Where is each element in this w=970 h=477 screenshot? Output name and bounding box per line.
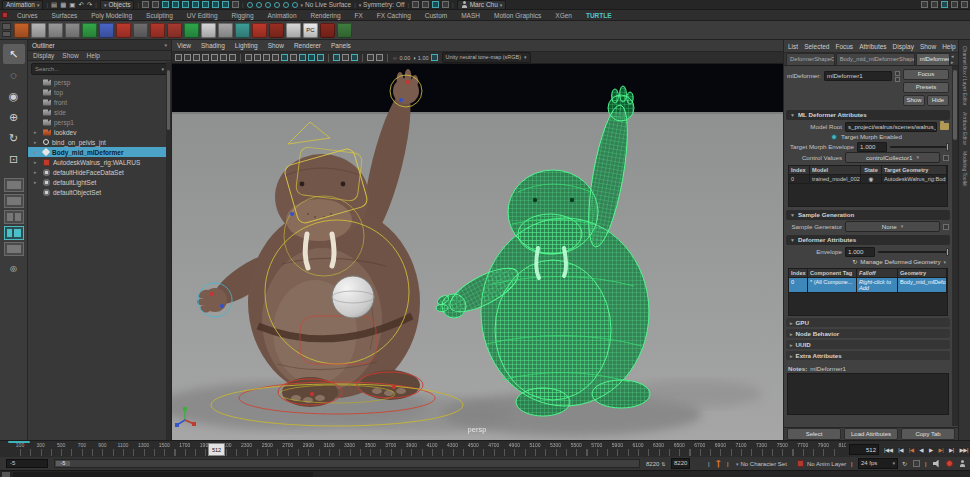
target-morph-envelope-slider[interactable] bbox=[890, 143, 949, 151]
section-uuid[interactable]: ▸UUID bbox=[786, 340, 950, 349]
make-live-icon[interactable] bbox=[192, 1, 199, 8]
lock-node-icon[interactable] bbox=[895, 71, 900, 76]
render-sequence-icon[interactable] bbox=[422, 1, 429, 8]
connection-icon[interactable] bbox=[943, 155, 949, 161]
ae-menu-show[interactable]: Show bbox=[920, 43, 936, 50]
green-sphere-icon[interactable] bbox=[184, 23, 199, 38]
ipr-render-icon[interactable] bbox=[292, 2, 298, 8]
outliner-item-defaulthidefacedataset[interactable]: ▸defaultHideFaceDataSet bbox=[28, 167, 171, 177]
load-attributes-button[interactable]: Load Attributes bbox=[844, 428, 898, 440]
table-row[interactable]: 0* (All Compone...Right-click to AddBody… bbox=[789, 278, 947, 293]
viewport-toolbar-icon-11[interactable] bbox=[272, 54, 279, 61]
shelf-tab-rigging[interactable]: Rigging bbox=[225, 12, 261, 19]
expander-icon[interactable]: ▸ bbox=[34, 139, 40, 145]
outliner-title[interactable]: Outliner▾ bbox=[28, 40, 171, 51]
teal-sphere-icon[interactable] bbox=[235, 23, 250, 38]
model-root-field[interactable]: s_project/walrus/scenes/walrus_mid_data bbox=[845, 122, 937, 132]
layout-custom-icon[interactable]: ◎ bbox=[3, 258, 25, 278]
ik-handle-icon[interactable] bbox=[256, 2, 262, 8]
notes-textarea[interactable] bbox=[787, 373, 949, 415]
tab-nav-arrows[interactable]: ◂ ▸ bbox=[951, 53, 956, 65]
viewport-toolbar-icon-16[interactable] bbox=[317, 54, 324, 61]
shelf-tab-uv-editing[interactable]: UV Editing bbox=[180, 12, 225, 19]
symmetry-dropdown[interactable]: ▾ Symmetry: Off bbox=[359, 1, 405, 9]
outliner-item-top[interactable]: top bbox=[28, 87, 171, 97]
viewport-menu-show[interactable]: Show bbox=[268, 42, 284, 49]
envelope-slider[interactable] bbox=[878, 248, 949, 256]
shelf-tab-sculpting[interactable]: Sculpting bbox=[139, 12, 180, 19]
layout-two-pane-button[interactable] bbox=[4, 210, 24, 224]
auto-keyframe-icon[interactable] bbox=[946, 460, 953, 467]
snap-align-icon[interactable] bbox=[212, 1, 219, 8]
target-morph-envelope-field[interactable]: 1.000 bbox=[857, 142, 887, 152]
shelf-tab-fx-caching[interactable]: FX Caching bbox=[370, 12, 418, 19]
ae-tab-body-mid-mldeformershapeorig1[interactable]: Body_mid_mlDeformerShapeOrig1 bbox=[836, 53, 915, 65]
live-surface-label[interactable]: ▾ No Live Surface bbox=[301, 1, 352, 9]
section-gpu[interactable]: ▸GPU bbox=[786, 318, 950, 327]
red-panel-icon[interactable] bbox=[150, 23, 165, 38]
manage-deformed-geometry-button[interactable]: ↻ Manage Deformed Geometry ▾ bbox=[784, 257, 952, 266]
gray-sphere2-icon[interactable] bbox=[218, 23, 233, 38]
current-frame-marker[interactable]: 512 bbox=[208, 443, 225, 456]
shelf-tab-motion-graphics[interactable]: Motion Graphics bbox=[487, 12, 548, 19]
plane-icon[interactable] bbox=[65, 23, 80, 38]
connection-icon[interactable] bbox=[943, 224, 949, 230]
red-cluster-icon[interactable] bbox=[320, 23, 335, 38]
curve-tool-icon[interactable] bbox=[14, 23, 29, 38]
viewport-toolbar-icon-1[interactable] bbox=[184, 54, 191, 61]
snap-grid-icon[interactable] bbox=[142, 1, 149, 8]
ae-menu-attributes[interactable]: Attributes bbox=[859, 43, 886, 50]
mel-toggle-icon[interactable] bbox=[2, 472, 10, 477]
surface-origins-icon[interactable] bbox=[265, 2, 271, 8]
rotate-tool[interactable]: ↻ bbox=[3, 128, 25, 148]
new-scene-icon[interactable]: ▤ bbox=[51, 1, 57, 9]
select-tool[interactable]: ↖ bbox=[3, 44, 25, 64]
viewport-toolbar-icon-19[interactable] bbox=[342, 54, 349, 61]
viewport-toolbar-icon-14[interactable] bbox=[299, 54, 306, 61]
current-frame-field[interactable]: 512 bbox=[849, 444, 879, 455]
workspace-toolsettings-toggle-icon[interactable] bbox=[951, 1, 958, 8]
animation-preferences-icon[interactable] bbox=[959, 460, 966, 467]
shelf-tab-rendering[interactable]: Rendering bbox=[304, 12, 348, 19]
blue-grid-icon[interactable] bbox=[99, 23, 114, 38]
sample-generator-dropdown[interactable]: None▾ bbox=[845, 221, 940, 232]
snap-view-plane-icon[interactable] bbox=[182, 1, 189, 8]
pc-export-icon[interactable]: PC bbox=[303, 23, 318, 38]
viewport-toolbar-icon-3[interactable] bbox=[202, 54, 209, 61]
expander-icon[interactable]: ▸ bbox=[34, 149, 40, 155]
control-values-dropdown[interactable]: controlCollector1▾ bbox=[845, 152, 940, 163]
viewport-menu-view[interactable]: View bbox=[177, 42, 191, 49]
step-back-frame-button[interactable]: |◀ bbox=[898, 447, 903, 453]
right-tab-attribute-editor[interactable]: Attribute Editor bbox=[962, 112, 968, 145]
workspace-selector-icon[interactable] bbox=[961, 1, 968, 8]
anim-layer-label[interactable]: No Anim Layer bbox=[807, 457, 846, 470]
input-line-icon[interactable] bbox=[274, 2, 280, 8]
outliner-item-lookdev[interactable]: ▸lookdev bbox=[28, 127, 171, 137]
go-to-end-button[interactable]: ▶▶| bbox=[960, 447, 968, 453]
range-start-handle[interactable]: -5 bbox=[56, 461, 70, 466]
layout-four-pane-button[interactable] bbox=[4, 194, 24, 208]
range-start-field[interactable]: -5 bbox=[6, 459, 48, 468]
envelope-field[interactable]: 1.000 bbox=[845, 247, 875, 257]
outliner-item-bind-on-pelvis-jnt[interactable]: ▸bind_on_pelvis_jnt bbox=[28, 137, 171, 147]
workspace-outliner-toggle-icon[interactable] bbox=[921, 1, 928, 8]
menu-mode-selector[interactable]: Animation▾ bbox=[2, 0, 43, 10]
ae-menu-focus[interactable]: Focus bbox=[835, 43, 853, 50]
expander-icon[interactable]: ▸ bbox=[34, 159, 40, 165]
color-management-icon[interactable] bbox=[431, 54, 438, 61]
gamma-value[interactable]: 1.00 bbox=[418, 55, 429, 61]
viewport-menu-shading[interactable]: Shading bbox=[201, 42, 225, 49]
shelf-menu-icon[interactable] bbox=[2, 12, 8, 18]
hide-button[interactable]: Hide bbox=[927, 95, 949, 106]
character-set-dropdown[interactable]: ▾No Character Set bbox=[736, 457, 787, 470]
workspace-channelbox-toggle-icon[interactable] bbox=[931, 1, 938, 8]
outliner-menu-show[interactable]: Show bbox=[62, 52, 78, 59]
viewport-toolbar-icon-15[interactable] bbox=[308, 54, 315, 61]
lock-icon[interactable] bbox=[232, 1, 239, 8]
workspace-attribute-editor-toggle-icon[interactable] bbox=[941, 1, 948, 8]
white-page-icon[interactable] bbox=[286, 23, 301, 38]
ae-menu-selected[interactable]: Selected bbox=[804, 43, 829, 50]
layout-outliner-persp-button[interactable] bbox=[4, 226, 24, 240]
ae-menu-display[interactable]: Display bbox=[893, 43, 914, 50]
viewport-toolbar-icon-2[interactable] bbox=[193, 54, 200, 61]
